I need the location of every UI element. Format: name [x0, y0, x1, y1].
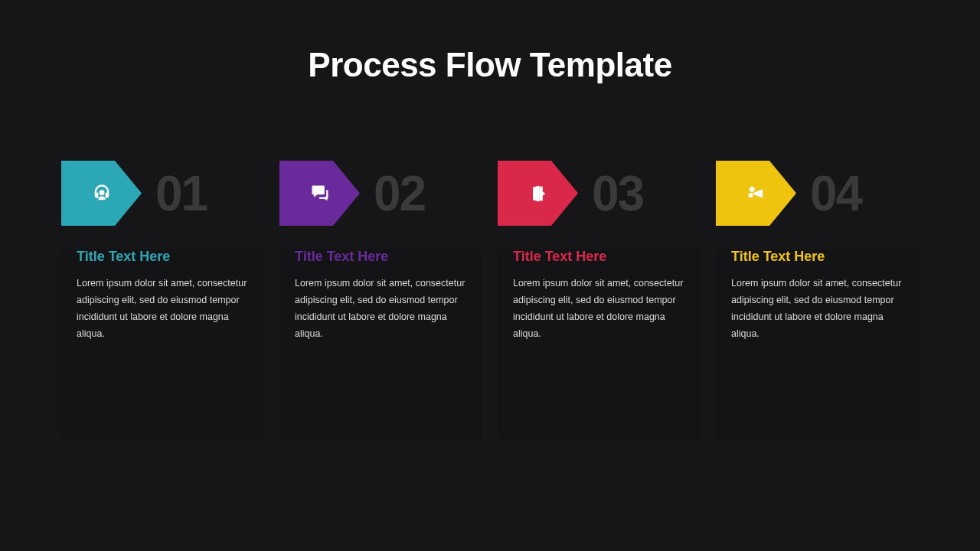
step-number: 01: [155, 169, 207, 218]
step-title: Title Text Here: [513, 249, 685, 265]
steps-row: 01 Title Text Here Lorem ipsum dolor sit…: [61, 161, 919, 440]
step-body: Title Text Here Lorem ipsum dolor sit am…: [498, 249, 701, 440]
slide: Process Flow Template 01 Title Text Here: [0, 0, 980, 551]
svg-point-10: [749, 186, 754, 191]
step-tag: [61, 161, 142, 226]
step-desc: Lorem ipsum dolor sit amet, consectetur …: [77, 276, 249, 343]
step-3: 03 Title Text Here Lorem ipsum dolor sit…: [498, 161, 701, 440]
step-header: 03: [498, 161, 701, 226]
step-number: 04: [810, 169, 861, 218]
step-tag: [498, 161, 578, 226]
step-2: 02 Title Text Here Lorem ipsum dolor sit…: [279, 161, 482, 440]
step-title: Title Text Here: [77, 249, 249, 265]
chat-icon: [309, 182, 332, 205]
step-tag: [279, 161, 360, 226]
page-title: Process Flow Template: [61, 46, 919, 84]
step-number: 03: [592, 169, 643, 218]
step-body: Title Text Here Lorem ipsum dolor sit am…: [279, 249, 482, 440]
headset-icon: [90, 182, 113, 205]
step-desc: Lorem ipsum dolor sit amet, consectetur …: [731, 276, 903, 343]
step-desc: Lorem ipsum dolor sit amet, consectetur …: [295, 276, 467, 343]
step-tag: [716, 161, 796, 226]
step-header: 01: [61, 161, 264, 226]
step-desc: Lorem ipsum dolor sit amet, consectetur …: [513, 276, 685, 343]
step-title: Title Text Here: [295, 249, 467, 265]
step-number: 02: [374, 169, 425, 218]
megaphone-icon: [745, 182, 768, 205]
step-1: 01 Title Text Here Lorem ipsum dolor sit…: [61, 161, 264, 440]
step-title: Title Text Here: [731, 249, 903, 265]
step-header: 04: [716, 161, 919, 226]
step-body: Title Text Here Lorem ipsum dolor sit am…: [716, 249, 919, 440]
door-exit-icon: [527, 182, 550, 205]
step-body: Title Text Here Lorem ipsum dolor sit am…: [61, 249, 264, 440]
step-4: 04 Title Text Here Lorem ipsum dolor sit…: [716, 161, 919, 440]
svg-point-2: [99, 190, 104, 195]
step-header: 02: [279, 161, 482, 226]
